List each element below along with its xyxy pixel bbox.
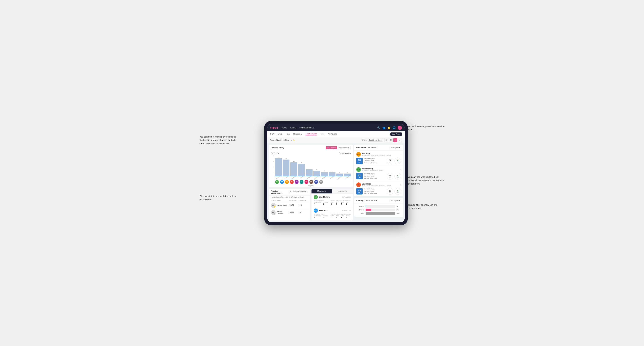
avatar-gb: GB <box>300 180 304 184</box>
navbar: clippd Home Teams My Performance 🔍 👥 🔔 🌐… <box>268 124 404 131</box>
tab-most-active[interactable]: Most Active <box>312 189 332 193</box>
practice-sub: PUTT Must Make Putting (3-6 ft), Last 3 … <box>269 195 310 199</box>
heart-view-icon[interactable]: ♥ <box>394 138 397 142</box>
shot-chevron-2[interactable]: › <box>400 183 401 186</box>
player-avatar-1: EC 2 <box>271 210 276 215</box>
subnav-hcaps[interactable]: Hcaps 1-5 <box>293 133 302 135</box>
view-icons: ⊞ ☰ ♥ ≡ <box>384 138 402 142</box>
shot-badge-1: 200 SG <box>356 173 362 179</box>
show-controls: Show: Last 3 months ▾ ⊞ ☰ ♥ ≡ <box>362 138 402 142</box>
subnav-pgat[interactable]: PGAT Players <box>270 133 282 135</box>
active-player-top-1: RBr Rees Britt 02 Sep 2023 <box>314 208 351 213</box>
shot-card-2: DF David Ford 24 Aug 2023 · Royal North … <box>354 181 403 196</box>
shot-info-2: Shot Dist: 16 yds Start Lie: Rough End L… <box>364 188 385 195</box>
navbar-links: Home Teams My Performance <box>282 127 314 129</box>
shot-chevron-1[interactable]: › <box>400 168 401 171</box>
all-shots-dropdown[interactable]: All Shots ▾ <box>367 146 377 149</box>
scoring-val-pars: 499 <box>397 212 401 214</box>
annotation-player-select: You can select which player is doing the… <box>200 135 238 145</box>
player-info-0: RB 1 Richard Butler <box>271 203 290 208</box>
avatar-rb: RB <box>280 180 284 184</box>
shot-player-row-0: MM Matt Miller 09 Jun 2023 · Royal North… <box>356 152 401 157</box>
col-pb-avg: PB AVG SQ <box>299 199 308 201</box>
chart-dropdown[interactable]: Total Rounds ▾ <box>339 152 351 154</box>
main-content: Player Activity On Course Practice Drill… <box>268 143 404 222</box>
shot-player-info-2: DF David Ford 24 Aug 2023 · Royal North … <box>356 182 391 187</box>
shot-card-0: MM Matt Miller 09 Jun 2023 · Royal North… <box>354 151 403 166</box>
shot-metric-zero-2: 0 yds <box>394 188 401 195</box>
shot-chevron-0[interactable]: › <box>400 153 401 156</box>
shot-player-name-1: Blair McHarg <box>362 168 384 170</box>
player-names: B. McHarg R. Britt D. Ford J. Coles E. E… <box>271 177 351 178</box>
user-avatar[interactable]: U <box>398 126 402 130</box>
subnav-tour[interactable]: Tour <box>320 133 324 135</box>
player-activity-header: Player Activity On Course Practice Drill… <box>269 145 353 151</box>
col-player-name: PLAYER NAME <box>271 199 290 201</box>
best-shots-all-players-dropdown[interactable]: All Players ▾ <box>390 146 401 149</box>
subnav-all-players[interactable]: All Players <box>328 133 337 135</box>
scoring-bar-wrap-pars <box>366 212 395 215</box>
shot-badge-2: 198 SG <box>356 188 362 194</box>
player-activity-card: Player Activity On Course Practice Drill… <box>269 145 353 187</box>
col-pb-score: PB SCORE <box>290 199 299 201</box>
tablet-screen: clippd Home Teams My Performance 🔍 👥 🔔 🌐… <box>268 124 404 222</box>
shot-player-details-2: 24 Aug 2023 · Royal North Devon GC, Hole… <box>362 185 391 186</box>
active-player-card-0: BM Blair McHarg 26 Aug 2023 Total Rounds <box>312 194 353 207</box>
shot-details-row-0: 200 SG Shot Dist: 67 yds Start Lie: Roug… <box>356 158 401 164</box>
nav-teams[interactable]: Teams <box>290 127 296 129</box>
shot-player-row-2: DF David Ford 24 Aug 2023 · Royal North … <box>356 182 401 187</box>
toggle-on-course[interactable]: On Course <box>326 146 337 149</box>
scoring-title: Scoring <box>356 199 364 202</box>
active-stats-0: Total Rounds Tournament 7 Practice <box>314 200 351 205</box>
shot-info-0: Shot Dist: 67 yds Start Lie: Rough End L… <box>364 158 385 164</box>
practice-leaderboards-card: Practice Leaderboards PUTT Must Make Put… <box>269 189 310 220</box>
y-axis: 15 10 5 0 <box>271 155 274 173</box>
stat-practice-1: Total Practice Activities GTT 0 APP <box>331 213 351 218</box>
scoring-row-birdies: Birdies 96 <box>356 209 401 211</box>
bar-group-3: 9 <box>298 162 305 176</box>
scoring-par-dropdown[interactable]: Par 3, 4 & 5s ▾ <box>364 199 378 202</box>
search-icon[interactable]: 🔍 <box>377 126 380 129</box>
bell-icon[interactable]: 🔔 <box>388 126 390 129</box>
tablet-frame: clippd Home Teams My Performance 🔍 👥 🔔 🌐… <box>264 121 408 225</box>
bars-view-icon[interactable]: ≡ <box>398 138 402 142</box>
scoring-all-players-dropdown[interactable]: All Players ▾ <box>390 199 401 202</box>
scoring-label-pars: Pars <box>356 212 364 214</box>
avatar-jc: JC <box>290 180 294 184</box>
show-dropdown[interactable]: Last 3 months ▾ <box>368 139 383 142</box>
tab-least-active[interactable]: Least Active <box>332 189 353 193</box>
scoring-bar-wrap-eagles <box>366 205 395 208</box>
list-view-icon[interactable]: ☰ <box>389 138 393 142</box>
chart-avatars: BM RB DF JC EE GB RB MM EC LR <box>271 180 351 184</box>
add-team-button[interactable]: Add Team <box>390 133 402 136</box>
shot-player-row-1: BM Blair McHarg 23 Jul 2023 · Ashridge G… <box>356 167 401 172</box>
subnav-pga[interactable]: PGA <box>286 133 290 135</box>
annotation-best-shots: Here you can see who's hit the best shot… <box>402 175 444 185</box>
most-active-card: Most Active Least Active BM Blair McHarg <box>312 189 353 220</box>
grid-view-icon[interactable]: ⊞ <box>384 138 388 142</box>
people-icon[interactable]: 👥 <box>382 126 385 129</box>
shot-avatar-2: DF <box>356 182 361 187</box>
active-avatar-0: BM <box>314 195 318 199</box>
scoring-bar-eagles <box>366 205 366 208</box>
practice-dropdown[interactable]: PUTT Must Make Putting ... ▾ <box>288 190 308 194</box>
nav-home[interactable]: Home <box>282 127 287 129</box>
toggle-practice[interactable]: Practice Drills <box>337 146 350 149</box>
best-shots-header: Best Shots All Shots ▾ All Players ▾ <box>354 145 403 151</box>
player-info-1: EC 2 Edward Crossman <box>271 210 290 215</box>
active-player-info-1: RBr Rees Britt <box>314 208 327 213</box>
annotation-filter: Filter what data you wish the table to b… <box>200 194 238 201</box>
bar-group-1: 12 <box>283 158 290 176</box>
scoring-content: Eagles 3 Birdies <box>354 204 403 217</box>
active-stats-1: Total Rounds Tournament 8 Practice <box>314 213 351 218</box>
nav-my-performance[interactable]: My Performance <box>299 127 314 129</box>
scoring-bar-wrap-birdies <box>366 209 395 211</box>
shot-player-details-0: 09 Jun 2023 · Royal North Devon GC, Hole… <box>362 155 391 156</box>
edit-icon[interactable]: ✏️ <box>292 139 295 141</box>
shot-metric-dist-0: 67 yds <box>387 158 394 164</box>
avatar-rbu: RB <box>304 180 308 184</box>
globe-icon[interactable]: 🌐 <box>392 126 396 129</box>
shot-avatar-0: MM <box>356 152 361 157</box>
subnav-team-clippd[interactable]: Team Clippd <box>306 133 317 135</box>
player-avatar-0: RB 1 <box>271 203 276 208</box>
